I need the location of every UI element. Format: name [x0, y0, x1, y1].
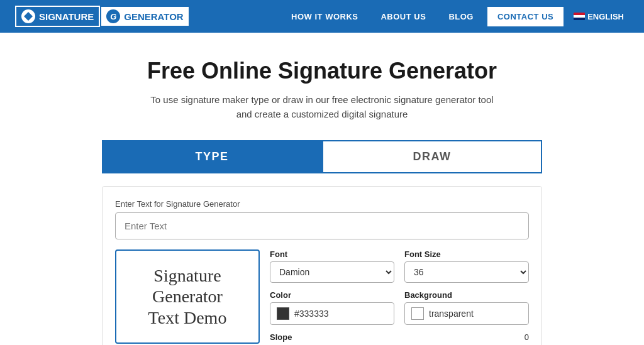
lower-section: Signature Generator Text Demo Font Damio…: [115, 249, 529, 344]
preview-text: Signature Generator Text Demo: [148, 265, 227, 329]
logo-icon-sig: [21, 9, 35, 23]
preview-line1: Signature: [153, 266, 221, 285]
tabs: TYPE DRAW: [102, 140, 542, 173]
form-area: Enter Text for Signature Generator Signa…: [102, 186, 542, 345]
preview-line3: Text Demo: [148, 308, 227, 327]
font-label: Font: [270, 249, 394, 259]
page-title: Free Online Signature Generator: [13, 58, 631, 84]
input-label: Enter Text for Signature Generator: [115, 199, 529, 209]
font-row: Font Damion Dancing Script Great Vibes P…: [270, 249, 529, 283]
logo-gen-text: GENERATOR: [124, 11, 183, 22]
nav-how-it-works[interactable]: HOW IT WORKS: [282, 8, 367, 25]
page-subtitle: To use signature maker type or draw in o…: [146, 93, 498, 121]
nav-language[interactable]: ENGLISH: [569, 8, 629, 25]
font-size-label: Font Size: [404, 249, 529, 259]
tab-type[interactable]: TYPE: [102, 140, 322, 173]
logo-sig-text: SIGNATURE: [39, 11, 94, 22]
color-group: Color #333333: [270, 290, 394, 325]
color-row: Color #333333 Background transparent: [270, 290, 529, 325]
logo-diamond-sig: [24, 12, 33, 21]
background-value: transparent: [429, 309, 474, 319]
signature-preview: Signature Generator Text Demo: [115, 249, 260, 344]
background-group: Background transparent: [404, 290, 529, 325]
background-input-box[interactable]: transparent: [404, 302, 529, 325]
font-size-group: Font Size 24 30 36 42 48: [404, 249, 529, 283]
font-select[interactable]: Damion Dancing Script Great Vibes Pacifi…: [270, 261, 394, 283]
slope-label: Slope: [270, 332, 292, 342]
nav-contact-us-button[interactable]: CONTACT US: [487, 7, 564, 26]
tab-draw[interactable]: DRAW: [322, 140, 542, 173]
slope-row: Slope 0: [270, 332, 529, 342]
nav-blog[interactable]: BLOG: [440, 8, 482, 25]
logo-generator: G GENERATOR: [100, 6, 189, 27]
logo-gen-letter: G: [110, 12, 116, 21]
color-value: #333333: [294, 309, 329, 319]
signature-text-input[interactable]: [115, 212, 529, 239]
main-content: Free Online Signature Generator To use s…: [0, 33, 644, 345]
preview-line2: Generator: [152, 287, 223, 306]
flag-icon: [574, 13, 585, 20]
background-swatch: [411, 307, 424, 320]
header: SIGNATURE G GENERATOR HOW IT WORKS ABOUT…: [0, 0, 644, 33]
logo-signature: SIGNATURE: [15, 6, 100, 27]
color-input-box[interactable]: #333333: [270, 302, 394, 325]
font-size-select[interactable]: 24 30 36 42 48: [404, 261, 529, 283]
language-label: ENGLISH: [587, 12, 624, 21]
font-group: Font Damion Dancing Script Great Vibes P…: [270, 249, 394, 283]
slope-value-row: Slope 0: [270, 332, 529, 342]
slope-value: 0: [525, 332, 529, 342]
nav: HOW IT WORKS ABOUT US BLOG CONTACT US EN…: [282, 7, 629, 26]
controls: Font Damion Dancing Script Great Vibes P…: [270, 249, 529, 344]
background-label: Background: [404, 290, 529, 300]
nav-about-us[interactable]: ABOUT US: [372, 8, 435, 25]
color-label: Color: [270, 290, 394, 300]
logo-icon-gen: G: [106, 9, 120, 23]
logo[interactable]: SIGNATURE G GENERATOR: [15, 6, 190, 27]
color-swatch: [277, 307, 289, 320]
